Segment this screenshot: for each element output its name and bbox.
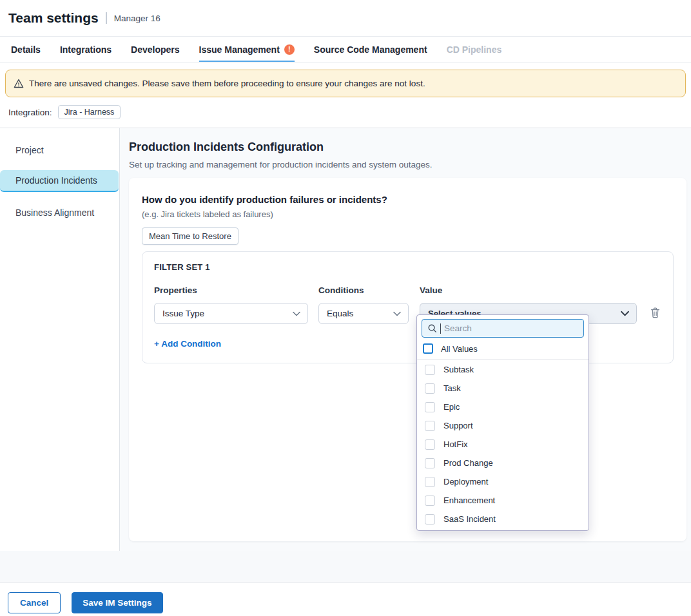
checkbox[interactable] bbox=[425, 439, 435, 450]
tab-source-code-management[interactable]: Source Code Management bbox=[314, 37, 427, 62]
delete-condition-button[interactable] bbox=[649, 306, 661, 320]
checkbox[interactable] bbox=[425, 383, 435, 394]
unsaved-changes-banner: There are unsaved changes. Please save t… bbox=[5, 70, 686, 97]
page-header: Team settings Manager 16 bbox=[0, 0, 691, 36]
page-title: Team settings bbox=[8, 10, 99, 26]
search-icon bbox=[427, 323, 437, 333]
dropdown-search[interactable] bbox=[422, 319, 584, 338]
tab-label: Details bbox=[11, 44, 41, 55]
option-label: Prod Change bbox=[443, 458, 493, 468]
option-label: Subtask bbox=[443, 365, 474, 374]
cancel-button[interactable]: Cancel bbox=[8, 592, 61, 613]
tab-label: Source Code Management bbox=[314, 44, 427, 55]
chevron-down-icon bbox=[393, 311, 401, 316]
search-input[interactable] bbox=[444, 323, 578, 333]
sidebar-item-label: Production Incidents bbox=[15, 175, 97, 186]
dropdown-option-prod-change[interactable]: Prod Change bbox=[417, 454, 589, 472]
tab-developers[interactable]: Developers bbox=[131, 37, 179, 62]
filter-columns-row: Properties Conditions Value bbox=[154, 285, 661, 295]
select-all-option[interactable]: All Values bbox=[417, 340, 589, 357]
property-select-value: Issue Type bbox=[162, 309, 204, 318]
tab-label: Integrations bbox=[60, 44, 112, 55]
checkbox[interactable] bbox=[425, 421, 435, 431]
checkbox[interactable] bbox=[425, 365, 435, 375]
sidebar-item-label: Project bbox=[15, 145, 44, 155]
column-label-properties: Properties bbox=[154, 285, 318, 295]
team-name-label: Manager 16 bbox=[114, 14, 161, 23]
dropdown-option-enhancement[interactable]: Enhancement bbox=[417, 491, 589, 510]
trash-icon bbox=[650, 307, 660, 318]
dropdown-option-subtask[interactable]: Subtask bbox=[417, 360, 589, 379]
footer-actions: Cancel Save IM Settings bbox=[0, 582, 691, 616]
column-label-conditions: Conditions bbox=[318, 285, 420, 295]
option-label: Deployment bbox=[443, 477, 488, 486]
dropdown-option-epic[interactable]: Epic bbox=[417, 398, 589, 416]
option-label: HotFix bbox=[443, 439, 468, 449]
integration-label: Integration: bbox=[8, 108, 52, 117]
unsaved-changes-badge-icon: ! bbox=[284, 44, 295, 55]
tab-label: Developers bbox=[131, 44, 179, 55]
option-label: Epic bbox=[443, 402, 460, 412]
checkbox[interactable] bbox=[425, 458, 435, 468]
dropdown-option-saas-incident[interactable]: SaaS Incident bbox=[417, 510, 589, 528]
text-cursor bbox=[440, 323, 441, 334]
sidebar-item-project[interactable]: Project bbox=[0, 137, 119, 163]
sidebar-item-label: Business Alignment bbox=[15, 207, 94, 218]
tab-cd-pipelines: CD Pipelines bbox=[447, 37, 502, 62]
filter-set-1: FILTER SET 1 Properties Conditions Value… bbox=[142, 251, 674, 363]
condition-select[interactable]: Equals bbox=[318, 303, 409, 324]
integration-chip[interactable]: Jira - Harness bbox=[58, 105, 121, 119]
checkbox[interactable] bbox=[425, 496, 435, 506]
dropdown-option-hotfix[interactable]: HotFix bbox=[417, 435, 589, 454]
option-label: Enhancement bbox=[443, 496, 495, 505]
dropdown-option-customer-notification[interactable]: Customer Notification bbox=[417, 528, 589, 531]
chevron-down-icon bbox=[621, 311, 629, 316]
value-dropdown-panel: All Values Subtask Task Epic Support Hot… bbox=[416, 314, 589, 531]
save-im-settings-button[interactable]: Save IM Settings bbox=[72, 592, 162, 613]
dropdown-option-task[interactable]: Task bbox=[417, 379, 589, 398]
tab-label: CD Pipelines bbox=[447, 44, 502, 55]
metric-chip-mean-time-to-restore[interactable]: Mean Time to Restore bbox=[142, 227, 238, 245]
section-subtitle: Set up tracking and management for produ… bbox=[129, 160, 686, 169]
title-divider bbox=[106, 12, 107, 24]
checkbox[interactable] bbox=[425, 514, 435, 525]
chevron-down-icon bbox=[293, 311, 300, 316]
incidents-config-card: How do you identify production failures … bbox=[129, 178, 686, 541]
tab-integrations[interactable]: Integrations bbox=[60, 37, 112, 62]
page-root: Team settings Manager 16 Details Integra… bbox=[0, 0, 691, 616]
sidebar-item-production-incidents[interactable]: Production Incidents bbox=[0, 170, 119, 192]
checkbox[interactable] bbox=[425, 402, 435, 412]
dropdown-option-deployment[interactable]: Deployment bbox=[417, 472, 589, 491]
dropdown-option-support[interactable]: Support bbox=[417, 416, 589, 435]
bottom-strip bbox=[0, 551, 691, 582]
settings-sidebar: Project Production Incidents Business Al… bbox=[0, 128, 120, 551]
condition-select-value: Equals bbox=[327, 309, 353, 318]
tab-label: Issue Management bbox=[199, 44, 280, 55]
property-select[interactable]: Issue Type bbox=[154, 303, 308, 324]
main-panel: Production Incidents Configuration Set u… bbox=[120, 128, 691, 551]
banner-text: There are unsaved changes. Please save t… bbox=[29, 79, 425, 88]
tab-bar: Details Integrations Developers Issue Ma… bbox=[0, 36, 691, 63]
column-label-value: Value bbox=[420, 285, 637, 295]
tab-details[interactable]: Details bbox=[11, 37, 41, 62]
add-condition-button[interactable]: + Add Condition bbox=[154, 339, 221, 349]
option-label: Support bbox=[443, 421, 473, 430]
tab-issue-management[interactable]: Issue Management ! bbox=[199, 37, 295, 62]
option-label: SaaS Incident bbox=[443, 514, 496, 524]
integration-bar: Integration: Jira - Harness bbox=[0, 97, 691, 128]
sidebar-item-business-alignment[interactable]: Business Alignment bbox=[0, 200, 119, 226]
checkbox-all-values[interactable] bbox=[423, 343, 433, 354]
warning-triangle-icon bbox=[14, 79, 24, 88]
filter-set-title: FILTER SET 1 bbox=[154, 262, 661, 272]
question-hint: (e.g. Jira tickets labeled as failures) bbox=[142, 209, 674, 219]
option-label: Task bbox=[443, 383, 461, 393]
section-title: Production Incidents Configuration bbox=[129, 140, 686, 154]
select-all-label: All Values bbox=[441, 344, 478, 354]
checkbox[interactable] bbox=[425, 477, 435, 487]
question-heading: How do you identify production failures … bbox=[142, 194, 674, 205]
